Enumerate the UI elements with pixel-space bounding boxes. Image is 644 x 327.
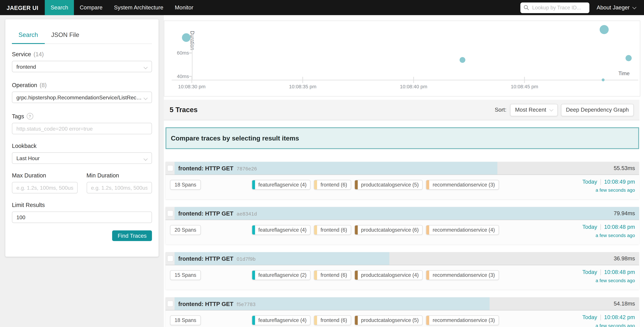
service-tag: recommendationservice (4) xyxy=(426,225,499,235)
trace-result[interactable]: frontend: HTTP GETae8341d79.94ms20 Spans… xyxy=(166,207,639,244)
compare-banner: Compare traces by selecting result items xyxy=(166,127,639,149)
trace-date-time: Today10:08:48 pm xyxy=(582,269,635,275)
trace-date-time: Today10:08:48 pm xyxy=(582,224,635,230)
trace-row-header: frontend: HTTP GET7876e2655.53ms xyxy=(166,162,639,175)
trace-timestamp-block: Today10:08:48 pma few seconds ago xyxy=(582,224,635,238)
service-tag: frontend (6) xyxy=(314,316,351,325)
trace-row-header: frontend: HTTP GET01d7f9b36.98ms xyxy=(166,252,639,265)
deep-dependency-graph-button[interactable]: Deep Dependency Graph xyxy=(561,104,634,116)
trace-result[interactable]: frontend: HTTP GETf5e778354.18ms18 Spans… xyxy=(166,297,639,327)
trace-result[interactable]: frontend: HTTP GET01d7f9b36.98ms15 Spans… xyxy=(166,252,639,290)
trace-duration: 36.98ms xyxy=(614,256,635,262)
trace-date-link[interactable]: Today xyxy=(582,269,597,275)
nav-item-compare[interactable]: Compare xyxy=(74,0,108,15)
trace-time-link[interactable]: 10:08:48 pm xyxy=(604,224,635,230)
trace-id: 01d7f9b xyxy=(237,256,256,262)
service-color-bar xyxy=(355,270,358,280)
trace-time-link[interactable]: 10:08:48 pm xyxy=(604,269,635,275)
service-color-bar xyxy=(314,316,317,325)
max-duration-field[interactable] xyxy=(12,182,78,194)
min-duration-label: Min Duration xyxy=(86,172,152,178)
trace-date-time: Today10:08:42 pm xyxy=(582,314,635,320)
x-tick-label: 10:08:35 pm xyxy=(289,84,316,90)
service-color-bar xyxy=(252,226,255,234)
trace-row-header: frontend: HTTP GETae8341d79.94ms xyxy=(166,207,639,220)
find-traces-button[interactable]: Find Traces xyxy=(112,230,152,241)
trace-scatter-point[interactable] xyxy=(600,25,609,34)
trace-result[interactable]: frontend: HTTP GET7876e2655.53ms18 Spans… xyxy=(166,162,639,199)
service-tag: frontend (6) xyxy=(314,270,351,280)
sort-select[interactable]: Most Recent xyxy=(510,104,558,116)
tab-json-file[interactable]: JSON File xyxy=(45,31,86,44)
min-duration-field[interactable] xyxy=(86,182,152,194)
trace-date-link[interactable]: Today xyxy=(582,224,597,230)
trace-date-link[interactable]: Today xyxy=(582,178,597,185)
nav-item-monitor[interactable]: Monitor xyxy=(169,0,199,15)
trace-checkbox[interactable] xyxy=(167,210,173,216)
limit-results-label: Limit Results xyxy=(12,202,152,208)
x-axis-line xyxy=(172,80,638,80)
max-duration-input[interactable] xyxy=(16,185,73,191)
trace-checkbox[interactable] xyxy=(167,301,173,307)
trace-checkbox[interactable] xyxy=(167,256,173,262)
max-duration-label: Max Duration xyxy=(12,172,78,178)
service-color-bar xyxy=(314,270,317,280)
search-form-card: Search JSON File Service (14) frontend xyxy=(5,19,159,257)
checkbox-column xyxy=(166,207,174,220)
help-icon[interactable]: ? xyxy=(26,113,33,120)
trace-checkbox[interactable] xyxy=(167,165,173,171)
service-color-bar xyxy=(426,226,429,234)
search-icon xyxy=(524,5,529,10)
trace-scatter-point[interactable] xyxy=(182,33,190,42)
lookback-select[interactable]: Last Hour xyxy=(12,152,152,164)
trace-id: ae8341d xyxy=(237,211,257,216)
trace-id-input[interactable] xyxy=(531,4,586,11)
limit-results-input[interactable] xyxy=(16,214,148,220)
app-logo[interactable]: JAEGER UI xyxy=(0,0,45,15)
sort-label: Sort: xyxy=(495,107,506,113)
x-tick-label: 10:08:40 pm xyxy=(400,84,427,90)
operation-label: Operation (8) xyxy=(12,82,152,88)
service-tag: recommendationservice (3) xyxy=(426,270,499,280)
scatter-plot[interactable]: Duration Time 10:08:30 pm10:08:35 pm10:0… xyxy=(164,20,640,96)
trace-row-body: 18 Spansfeatureflagservice (4)frontend (… xyxy=(166,310,639,327)
operation-value: grpc.hipstershop.RecommendationService/L… xyxy=(16,94,148,100)
trace-timestamp-block: Today10:08:42 pma few seconds ago xyxy=(582,314,635,327)
min-duration-group: Min Duration xyxy=(86,172,152,194)
min-duration-input[interactable] xyxy=(91,185,148,191)
trace-time-link[interactable]: 10:08:42 pm xyxy=(604,314,635,320)
service-group: Service (14) frontend xyxy=(12,51,152,72)
trace-relative-time: a few seconds ago xyxy=(582,323,635,327)
nav-item-system-architecture[interactable]: System Architecture xyxy=(108,0,169,15)
trace-row-header: frontend: HTTP GETf5e778354.18ms xyxy=(166,297,639,310)
limit-results-field[interactable] xyxy=(12,212,152,223)
tags-input[interactable] xyxy=(16,126,148,132)
nav-item-search[interactable]: Search xyxy=(45,0,74,15)
operation-count: (8) xyxy=(40,82,47,88)
trace-scatter-point[interactable] xyxy=(626,55,632,62)
trace-relative-time: a few seconds ago xyxy=(582,188,635,192)
tags-field[interactable] xyxy=(12,123,152,134)
operation-select[interactable]: grpc.hipstershop.RecommendationService/L… xyxy=(12,92,152,103)
trace-date-time: Today10:08:49 pm xyxy=(582,178,635,185)
trace-scatter-point[interactable] xyxy=(602,78,604,81)
trace-id-search[interactable] xyxy=(520,2,589,13)
about-jaeger-menu[interactable]: About Jaeger xyxy=(597,0,636,15)
max-duration-group: Max Duration xyxy=(12,172,78,194)
tab-search[interactable]: Search xyxy=(12,31,45,44)
service-color-bar xyxy=(252,270,255,280)
trace-time-link[interactable]: 10:08:49 pm xyxy=(604,178,635,185)
service-tag: productcatalogservice (5) xyxy=(354,316,423,325)
chevron-down-icon xyxy=(549,107,553,111)
service-label: Service (14) xyxy=(12,51,152,58)
trace-title: frontend: HTTP GETae8341d xyxy=(178,210,257,216)
trace-date-link[interactable]: Today xyxy=(582,314,597,320)
service-tag: featureflagservice (2) xyxy=(252,270,311,280)
service-select[interactable]: frontend xyxy=(12,61,152,72)
trace-header-bar-area: frontend: HTTP GETae8341d79.94ms xyxy=(174,207,639,220)
trace-row-body: 15 Spansfeatureflagservice (2)frontend (… xyxy=(166,265,639,290)
trace-scatter-point[interactable] xyxy=(460,57,465,62)
trace-id: 7876e26 xyxy=(237,166,257,172)
duration-group: Max Duration Min Duration xyxy=(12,172,152,194)
span-count-chip: 20 Spans xyxy=(170,225,201,235)
